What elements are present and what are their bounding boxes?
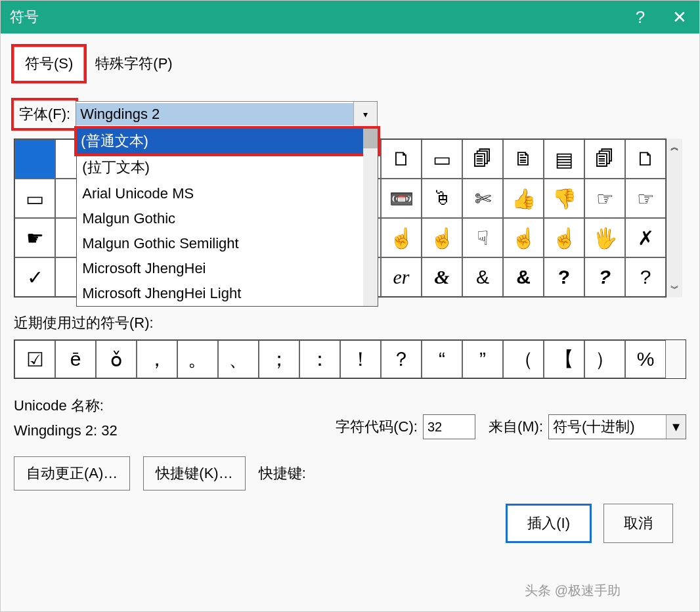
symbol-cell[interactable]: ☝: [544, 218, 584, 257]
recent-cell[interactable]: ☑: [14, 340, 55, 378]
grid-scrollbar[interactable]: ︽ ︾: [667, 139, 682, 297]
symbol-cell[interactable]: &: [422, 257, 462, 297]
recent-cell[interactable]: ǒ: [96, 340, 137, 378]
titlebar: 符号 ? ✕: [1, 1, 699, 33]
symbol-cell[interactable]: 🖐: [584, 218, 625, 257]
chevron-down-icon[interactable]: ▾: [666, 415, 686, 439]
symbol-cell[interactable]: ?: [584, 257, 625, 297]
unicode-name-value: Wingdings 2: 32: [14, 422, 118, 439]
symbol-cell[interactable]: 🗎: [503, 139, 544, 179]
recent-cell[interactable]: ”: [462, 340, 503, 378]
unicode-name-label: Unicode 名称:: [14, 396, 118, 416]
char-code-input[interactable]: [423, 414, 475, 439]
recent-cell[interactable]: %: [625, 340, 666, 378]
symbol-cell[interactable]: 👍: [503, 179, 544, 218]
dropdown-scrollbar[interactable]: [363, 129, 378, 306]
font-dropdown-list: (普通文本) (拉丁文本) Arial Unicode MS Malgun Go…: [76, 128, 378, 307]
from-combobox[interactable]: 符号(十进制) ▾: [548, 414, 686, 439]
symbol-cell[interactable]: er: [381, 257, 422, 297]
from-value: 符号(十进制): [549, 416, 666, 438]
font-selected-value: Wingdings 2: [76, 103, 353, 125]
shortcut-label: 快捷键:: [259, 464, 306, 483]
symbol-cell[interactable]: ?: [625, 257, 666, 297]
symbol-cell[interactable]: 🗋: [381, 139, 422, 179]
autocorrect-button[interactable]: 自动更正(A)…: [14, 456, 130, 491]
scroll-up-icon[interactable]: ︽: [668, 139, 682, 156]
font-option[interactable]: Microsoft JhengHei: [77, 256, 378, 281]
recent-cell[interactable]: 、: [218, 340, 259, 378]
symbol-cell[interactable]: 🗐: [462, 139, 503, 179]
tab-special-chars[interactable]: 特殊字符(P): [84, 47, 183, 81]
symbol-cell[interactable]: ☝: [381, 218, 422, 257]
close-button[interactable]: ✕: [660, 1, 699, 33]
font-option[interactable]: Malgun Gothic: [77, 206, 378, 231]
recent-cell[interactable]: 。: [177, 340, 218, 378]
font-option[interactable]: (普通文本): [77, 129, 378, 154]
chevron-down-icon[interactable]: ▾: [353, 102, 377, 127]
symbol-cell[interactable]: ▤: [544, 139, 584, 179]
from-label: 来自(M):: [489, 417, 543, 437]
symbol-cell[interactable]: ☛: [14, 218, 55, 257]
symbol-cell[interactable]: ☟: [462, 218, 503, 257]
symbol-cell[interactable]: 🗐: [584, 139, 625, 179]
recent-cell[interactable]: ：: [299, 340, 340, 378]
shortcut-button[interactable]: 快捷键(K)…: [143, 456, 245, 491]
scroll-down-icon[interactable]: ︾: [668, 280, 682, 297]
font-option[interactable]: Arial Unicode MS: [77, 181, 378, 206]
symbol-cell[interactable]: 📼: [381, 179, 422, 218]
font-option[interactable]: Malgun Gothic Semilight: [77, 231, 378, 256]
symbol-cell[interactable]: 🖰: [422, 179, 462, 218]
symbol-cell[interactable]: [14, 139, 55, 179]
symbol-cell[interactable]: &: [462, 257, 503, 297]
symbol-cell[interactable]: ☞: [584, 179, 625, 218]
recent-label: 近期使用过的符号(R):: [14, 313, 686, 333]
symbol-cell[interactable]: ☝: [503, 218, 544, 257]
symbol-cell[interactable]: ?: [544, 257, 584, 297]
symbol-cell[interactable]: ✓: [14, 257, 55, 297]
recent-cell[interactable]: ，: [137, 340, 177, 378]
font-option[interactable]: Microsoft JhengHei Light: [77, 281, 378, 306]
recent-cell[interactable]: ；: [259, 340, 299, 378]
cancel-button[interactable]: 取消: [603, 504, 673, 543]
symbol-cell[interactable]: ☝: [422, 218, 462, 257]
recent-grid: ☑ ē ǒ ， 。 、 ； ： ！ ？ “ ” （ 【 ） %: [14, 339, 686, 379]
symbol-cell[interactable]: ✗: [625, 218, 666, 257]
recent-cell[interactable]: ē: [55, 340, 96, 378]
tab-symbols[interactable]: 符号(S): [14, 47, 84, 81]
recent-cell[interactable]: ）: [584, 340, 625, 378]
symbol-cell[interactable]: 🗋: [625, 139, 666, 179]
symbol-cell[interactable]: ▭: [14, 179, 55, 218]
recent-cell[interactable]: （: [503, 340, 544, 378]
insert-button[interactable]: 插入(I): [506, 504, 592, 543]
recent-cell[interactable]: 【: [544, 340, 584, 378]
symbol-cell[interactable]: ▭: [422, 139, 462, 179]
recent-cell[interactable]: ？: [381, 340, 422, 378]
help-button[interactable]: ?: [621, 1, 660, 33]
recent-cell[interactable]: “: [422, 340, 462, 378]
watermark: 头条 @极速手助: [525, 582, 621, 600]
recent-cell[interactable]: ！: [340, 340, 381, 378]
tab-bar: 符号(S) 特殊字符(P): [14, 47, 686, 81]
symbol-cell[interactable]: ✄: [462, 179, 503, 218]
symbol-cell[interactable]: &: [503, 257, 544, 297]
symbol-cell[interactable]: 👎: [544, 179, 584, 218]
window-title: 符号: [10, 7, 39, 27]
font-combobox[interactable]: Wingdings 2 ▾ (普通文本) (拉丁文本) Arial Unicod…: [76, 101, 378, 127]
symbol-cell[interactable]: ☞: [625, 179, 666, 218]
font-label: 字体(F):: [14, 100, 76, 128]
font-option[interactable]: (拉丁文本): [77, 154, 378, 181]
char-code-label: 字符代码(C):: [336, 417, 418, 437]
